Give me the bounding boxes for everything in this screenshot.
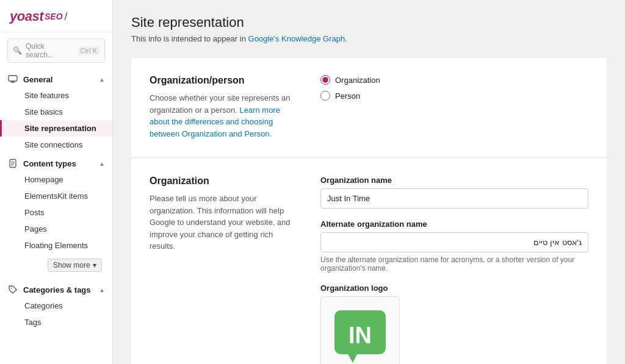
tag-icon [7,284,18,295]
radio-organization[interactable] [320,75,330,85]
svg-marker-4 [348,354,357,363]
logo-yoast-text: yoast [10,9,43,24]
sidebar-section-content-types-label: Content types [23,159,76,168]
sidebar-section-categories-tags-header[interactable]: Categories & tags ▲ [0,279,112,298]
sidebar-item-posts[interactable]: Posts [0,204,112,221]
chevron-up-icon: ▲ [99,76,105,83]
org-person-radio-group: Organization Person [320,75,588,101]
monitor-icon [7,74,18,85]
chevron-up-icon-cat: ▲ [99,287,105,293]
organization-section: Organization Please tell us more about y… [131,159,607,364]
sidebar-section-categories-tags: Categories & tags ▲ Categories Tags [0,279,112,330]
sidebar-item-elementskit[interactable]: ElementsKit items [0,188,112,204]
radio-organization-label: Organization [335,76,380,85]
org-logo-group: Organization logo IN [320,284,588,364]
sidebar-item-site-connections[interactable]: Site connections [0,137,112,153]
sidebar-item-site-basics[interactable]: Site basics [0,104,112,120]
svg-text:IN: IN [349,323,372,348]
organization-description: Please tell us more about your organizat… [150,193,296,252]
org-person-left: Organization/person Choose whether your … [150,75,320,140]
sidebar-item-categories[interactable]: Categories [0,298,112,314]
org-logo-image: IN [330,305,391,364]
logo-slash: / [65,10,68,23]
organization-heading: Organization [150,176,296,187]
sidebar-section-general: General ▲ Site features Site basics Site… [0,69,112,153]
file-icon [7,158,18,169]
svg-rect-0 [9,76,17,81]
radio-option-organization[interactable]: Organization [320,75,588,85]
org-logo-box[interactable]: IN [320,296,400,364]
org-person-section: Organization/person Choose whether your … [131,58,607,157]
page-title: Site representation [131,15,607,30]
radio-person[interactable] [320,91,330,101]
search-icon: 🔍 [13,46,22,55]
yoast-logo: yoast SEO / [0,0,112,32]
main-content: Site representation This info is intende… [113,0,625,364]
org-name-input[interactable] [320,188,588,209]
alt-org-name-group: Alternate organization name Use the alte… [320,219,588,273]
alt-org-name-label: Alternate organization name [320,219,588,229]
sidebar: yoast SEO / 🔍 Quick search... Ctrl K Gen… [0,0,113,364]
radio-person-label: Person [335,91,360,101]
org-person-description: Choose whether your site represents an o… [150,92,296,140]
sidebar-item-site-features[interactable]: Site features [0,87,112,104]
org-person-heading: Organization/person [150,75,296,86]
organization-right: Organization name Alternate organization… [320,176,588,364]
sidebar-section-categories-tags-label: Categories & tags [23,285,91,294]
org-name-group: Organization name [320,176,588,209]
knowledge-graph-link[interactable]: Google's Knowledge Graph [248,34,345,43]
search-shortcut: Ctrl K [78,46,100,55]
radio-option-person[interactable]: Person [320,91,588,101]
sidebar-item-floating-elements[interactable]: Floating Elements [0,237,112,254]
sidebar-item-homepage[interactable]: Homepage [0,171,112,188]
search-bar[interactable]: 🔍 Quick search... Ctrl K [7,38,105,63]
show-more-button[interactable]: Show more ▾ [48,259,102,272]
org-logo-label: Organization logo [320,284,588,293]
org-person-right: Organization Person [320,75,588,140]
svg-point-2 [11,288,12,289]
search-placeholder: Quick search... [26,42,74,59]
sidebar-section-content-types-header[interactable]: Content types ▲ [0,153,112,171]
alt-org-name-input[interactable] [320,232,588,252]
sidebar-item-pages[interactable]: Pages [0,221,112,237]
sidebar-section-general-label: General [23,75,52,84]
logo-seo-text: SEO [45,12,63,21]
page-subtitle: This info is intended to appear in Googl… [131,34,607,43]
org-name-label: Organization name [320,176,588,185]
sidebar-item-tags[interactable]: Tags [0,314,112,330]
show-more-label: Show more [53,261,90,269]
chevron-up-icon-content: ▲ [99,160,105,167]
show-more-chevron-icon: ▾ [93,261,96,269]
alt-org-name-hint: Use the alternate organization name for … [320,255,588,273]
sidebar-section-general-header[interactable]: General ▲ [0,69,112,87]
organization-left: Organization Please tell us more about y… [150,176,320,252]
sidebar-section-content-types: Content types ▲ Homepage ElementsKit ite… [0,153,112,279]
sidebar-item-site-representation[interactable]: Site representation [0,120,112,137]
